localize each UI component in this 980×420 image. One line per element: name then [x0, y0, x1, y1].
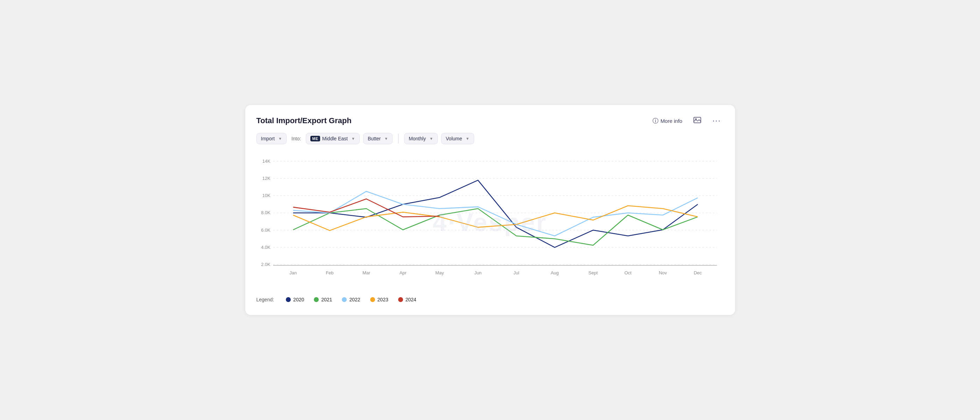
legend-item-2024: 2024 [398, 297, 416, 302]
measure-caret: ▼ [466, 137, 469, 141]
svg-text:10K: 10K [262, 193, 270, 198]
svg-text:Apr: Apr [399, 270, 407, 275]
commodity-select[interactable]: Butter ▼ [363, 133, 393, 144]
svg-text:2.0K: 2.0K [261, 262, 270, 267]
header-row: Total Import/Export Graph ⓘ More info ··… [256, 115, 724, 127]
more-menu-button[interactable]: ··· [710, 115, 724, 127]
image-button[interactable] [690, 116, 704, 126]
svg-text:Aug: Aug [550, 270, 558, 275]
svg-text:8.0K: 8.0K [261, 210, 270, 215]
header-actions: ⓘ More info ··· [650, 115, 724, 127]
into-label: Into: [291, 136, 301, 142]
region-badge: ME [310, 136, 320, 142]
chart-svg: 14K 12K 10K 8.0K 6.0K 4.0K 2.0K Jan Feb … [256, 154, 724, 291]
measure-label: Volume [446, 136, 462, 142]
svg-text:Jul: Jul [513, 270, 519, 275]
svg-text:Dec: Dec [694, 270, 702, 275]
page-title: Total Import/Export Graph [256, 116, 352, 125]
svg-text:Feb: Feb [326, 270, 333, 275]
svg-text:12K: 12K [262, 176, 270, 181]
region-label: Middle East [322, 136, 348, 142]
commodity-label: Butter [368, 136, 381, 142]
legend-dot-2020 [286, 297, 291, 302]
svg-text:6.0K: 6.0K [261, 228, 270, 233]
legend-label: Legend: [256, 297, 274, 302]
commodity-caret: ▼ [384, 137, 388, 141]
legend-item-2020: 2020 [286, 297, 304, 302]
import-type-select[interactable]: Import ▼ [256, 133, 287, 144]
legend-dot-2021 [314, 297, 319, 302]
legend-dot-2024 [398, 297, 403, 302]
svg-text:Oct: Oct [624, 270, 631, 275]
svg-text:14K: 14K [262, 158, 270, 164]
legend-item-2023: 2023 [370, 297, 388, 302]
frequency-caret: ▼ [429, 137, 433, 141]
dots-icon: ··· [712, 116, 721, 125]
legend-item-2021: 2021 [314, 297, 332, 302]
frequency-label: Monthly [409, 136, 426, 142]
import-type-label: Import [261, 136, 275, 142]
svg-text:Jun: Jun [474, 270, 481, 275]
more-info-label: More info [660, 118, 682, 124]
filter-divider [398, 134, 399, 143]
svg-text:4.0K: 4.0K [261, 245, 270, 250]
frequency-select[interactable]: Monthly ▼ [404, 133, 438, 144]
legend-dot-2022 [342, 297, 347, 302]
info-icon: ⓘ [652, 117, 659, 125]
svg-text:Nov: Nov [659, 270, 667, 275]
region-caret: ▼ [351, 137, 355, 141]
svg-text:Sept: Sept [588, 270, 598, 275]
legend-year-2024: 2024 [406, 297, 416, 302]
legend-year-2022: 2022 [349, 297, 360, 302]
svg-rect-0 [694, 117, 701, 123]
svg-text:May: May [435, 270, 444, 275]
legend-year-2021: 2021 [321, 297, 332, 302]
region-select[interactable]: ME Middle East ▼ [306, 133, 360, 144]
image-icon [694, 117, 701, 125]
svg-text:Mar: Mar [362, 270, 370, 275]
svg-text:Jan: Jan [290, 270, 297, 275]
measure-select[interactable]: Volume ▼ [441, 133, 474, 144]
filters-row: Import ▼ Into: ME Middle East ▼ Butter ▼… [256, 133, 724, 144]
legend-year-2020: 2020 [293, 297, 304, 302]
chart-area: 4·Vesper 14K 12K 10K 8.0K 6.0K 4.0K 2.0K… [256, 154, 724, 291]
more-info-button[interactable]: ⓘ More info [650, 116, 686, 126]
import-type-caret: ▼ [278, 137, 282, 141]
main-card: Total Import/Export Graph ⓘ More info ··… [245, 105, 735, 315]
legend-item-2022: 2022 [342, 297, 360, 302]
legend-row: Legend: 2020 2021 2022 2023 2024 [256, 297, 724, 302]
legend-year-2023: 2023 [377, 297, 388, 302]
legend-dot-2023 [370, 297, 375, 302]
